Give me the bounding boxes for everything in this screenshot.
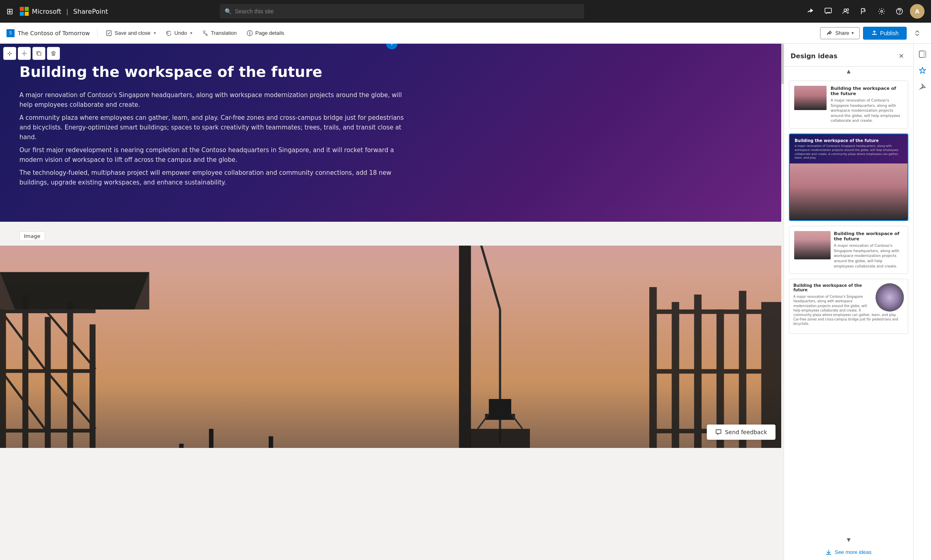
design-panel-header: Design ideas ✕ bbox=[784, 44, 913, 67]
hero-title: Building the workspace of the future bbox=[19, 63, 764, 81]
help-icon-btn[interactable] bbox=[892, 4, 907, 19]
svg-rect-27 bbox=[459, 246, 471, 448]
section-controls: ⊹ bbox=[3, 47, 60, 60]
design-card-3-text: Building the workspace of the future A m… bbox=[834, 231, 903, 269]
design-card-3-title: Building the workspace of the future bbox=[834, 231, 903, 242]
translation-button[interactable]: Translation bbox=[198, 28, 241, 39]
share-caret: ▾ bbox=[852, 31, 854, 35]
narrow-right-panel bbox=[913, 44, 931, 560]
svg-rect-34 bbox=[489, 399, 511, 414]
svg-rect-36 bbox=[470, 429, 530, 448]
svg-rect-19 bbox=[0, 429, 96, 433]
image-label-area: Image bbox=[0, 222, 784, 246]
undo-label: Undo bbox=[174, 30, 187, 36]
main-layout: + ⊹ Building the workspace of the future bbox=[0, 44, 931, 560]
svg-rect-45 bbox=[649, 310, 776, 314]
translation-label: Translation bbox=[211, 30, 237, 36]
section-settings-icon-btn[interactable] bbox=[18, 47, 31, 60]
send-feedback-button[interactable]: Send feedback bbox=[707, 424, 776, 440]
svg-rect-52 bbox=[209, 429, 213, 448]
design-card-1-body: A major renovation of Contoso's Singapor… bbox=[831, 98, 903, 123]
avatar[interactable]: A bbox=[910, 4, 925, 19]
svg-rect-14 bbox=[45, 317, 51, 448]
sidebar-expand-icon[interactable] bbox=[915, 47, 930, 62]
toolbar-right: Share ▾ Publish bbox=[820, 26, 925, 40]
undo-caret: ▾ bbox=[190, 31, 192, 35]
design-card-2-header: Building the workspace of the future A m… bbox=[790, 134, 908, 163]
svg-rect-40 bbox=[672, 302, 679, 448]
design-card-4-inner: Building the workspace of the future A m… bbox=[789, 279, 908, 333]
people-icon-btn[interactable] bbox=[839, 4, 853, 19]
send-feedback-label: Send feedback bbox=[725, 429, 767, 435]
delete-icon-btn[interactable] bbox=[47, 47, 60, 60]
svg-point-3 bbox=[881, 11, 883, 13]
design-card-3-inner: Building the workspace of the future A m… bbox=[789, 226, 908, 274]
design-panel-close-button[interactable]: ✕ bbox=[895, 50, 907, 62]
design-card-4[interactable]: Building the workspace of the future A m… bbox=[789, 279, 908, 334]
svg-rect-35 bbox=[485, 414, 515, 420]
apps-grid-icon[interactable]: ⊞ bbox=[6, 6, 13, 16]
hero-paragraph-4: The technology-fueled, multiphase projec… bbox=[19, 168, 408, 187]
page-details-button[interactable]: Page details bbox=[242, 28, 289, 39]
svg-rect-8 bbox=[872, 34, 877, 35]
save-close-label: Save and close bbox=[115, 30, 151, 36]
crane-svg bbox=[0, 246, 784, 448]
design-card-1[interactable]: Building the workspace of the future A m… bbox=[789, 81, 908, 129]
design-card-3[interactable]: Building the workspace of the future A m… bbox=[789, 226, 908, 274]
search-bar[interactable]: 🔍 bbox=[220, 4, 584, 19]
see-more-ideas-button[interactable]: See more ideas bbox=[784, 544, 913, 560]
design-thumb-1 bbox=[794, 86, 827, 110]
design-card-1-title: Building the workspace of the future bbox=[831, 86, 903, 96]
svg-rect-51 bbox=[179, 444, 184, 448]
hero-body: A major renovation of Contoso's Singapor… bbox=[19, 90, 408, 187]
design-ideas-list[interactable]: Building the workspace of the future A m… bbox=[784, 76, 913, 535]
image-area: Send feedback bbox=[0, 246, 784, 448]
svg-rect-15 bbox=[67, 302, 73, 448]
brand-icon: S bbox=[6, 29, 15, 37]
design-ideas-icon[interactable] bbox=[915, 63, 930, 78]
share-label: Share bbox=[835, 30, 849, 36]
move-icon-btn[interactable]: ⊹ bbox=[3, 47, 16, 60]
editor-toolbar: S The Contoso of Tomorrow Save and close… bbox=[0, 23, 931, 44]
save-close-caret: ▾ bbox=[154, 31, 156, 35]
save-close-button[interactable]: Save and close ▾ bbox=[102, 28, 160, 39]
undo-button[interactable]: Undo ▾ bbox=[162, 28, 196, 39]
pin-icon[interactable] bbox=[915, 79, 930, 94]
design-scroll-up[interactable]: ▲ bbox=[784, 67, 913, 76]
design-card-2[interactable]: Building the workspace of the future A m… bbox=[789, 134, 908, 221]
microsoft-logo[interactable]: Microsoft | SharePoint bbox=[20, 7, 108, 16]
hero-paragraph-2: A community plaza where employees can ga… bbox=[19, 113, 408, 142]
crane-image bbox=[0, 246, 784, 448]
app-name: SharePoint bbox=[73, 8, 108, 15]
nav-right-actions: A bbox=[803, 4, 925, 19]
svg-rect-6 bbox=[106, 31, 111, 36]
flag-icon-btn[interactable] bbox=[857, 4, 871, 19]
svg-point-9 bbox=[23, 53, 25, 54]
share-button[interactable]: Share ▾ bbox=[820, 27, 860, 39]
svg-rect-10 bbox=[38, 52, 41, 55]
design-card-1-inner: Building the workspace of the future A m… bbox=[789, 81, 908, 128]
search-input[interactable] bbox=[235, 8, 579, 15]
design-thumb-image-1 bbox=[794, 86, 827, 110]
settings-icon-btn[interactable] bbox=[874, 4, 889, 19]
top-navigation: ⊞ Microsoft | SharePoint 🔍 A bbox=[0, 0, 931, 23]
design-scroll-down[interactable]: ▼ bbox=[784, 535, 913, 544]
duplicate-icon-btn[interactable] bbox=[32, 47, 45, 60]
design-card-2-title: Building the workspace of the future bbox=[795, 138, 903, 143]
collapse-button[interactable] bbox=[910, 26, 925, 40]
design-thumb-4 bbox=[876, 283, 904, 312]
canvas-area[interactable]: + ⊹ Building the workspace of the future bbox=[0, 44, 784, 560]
design-thumb-3 bbox=[794, 231, 831, 259]
publish-label: Publish bbox=[880, 30, 899, 36]
chat-icon-btn[interactable] bbox=[821, 4, 835, 19]
design-card-1-text: Building the workspace of the future A m… bbox=[831, 86, 903, 123]
hero-paragraph-1: A major renovation of Contoso's Singapor… bbox=[19, 90, 408, 110]
canvas-wrapper: + ⊹ Building the workspace of the future bbox=[0, 44, 784, 448]
svg-rect-0 bbox=[825, 8, 831, 13]
design-ideas-panel: Design ideas ✕ ▲ Building the workspace … bbox=[784, 44, 913, 560]
publish-button[interactable]: Publish bbox=[863, 27, 907, 40]
hero-paragraph-3: Our first major redevelopment is nearing… bbox=[19, 145, 408, 165]
design-card-2-body: A major renovation of Contoso's Singapor… bbox=[795, 144, 903, 160]
page-name: The Contoso of Tomorrow bbox=[18, 30, 90, 36]
share-icon-btn[interactable] bbox=[803, 4, 818, 19]
